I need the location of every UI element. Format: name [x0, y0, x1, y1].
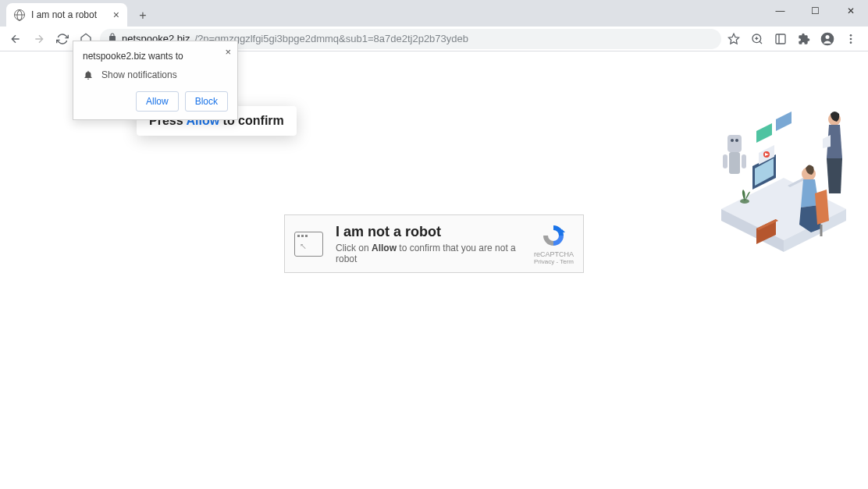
- zoom-icon[interactable]: [749, 31, 765, 47]
- office-illustration: [713, 92, 854, 260]
- svg-line-2: [760, 41, 762, 44]
- svg-point-10: [850, 37, 852, 40]
- profile-icon[interactable]: [820, 31, 835, 47]
- dialog-notification-label: Show notifications: [101, 69, 177, 80]
- back-button[interactable]: [6, 30, 25, 48]
- svg-rect-36: [723, 154, 727, 168]
- svg-marker-38: [756, 123, 772, 143]
- dialog-buttons: Allow Block: [83, 91, 228, 112]
- dialog-row: Show notifications: [83, 69, 228, 80]
- captcha-window-icon: ↑: [294, 232, 323, 257]
- svg-point-34: [735, 139, 738, 142]
- svg-point-9: [850, 34, 852, 37]
- allow-button[interactable]: Allow: [136, 91, 179, 112]
- close-window-button[interactable]: ✕: [833, 0, 868, 22]
- svg-point-8: [826, 35, 830, 39]
- close-tab-button[interactable]: ×: [113, 9, 119, 21]
- svg-marker-30: [827, 158, 842, 193]
- captcha-text: I am not a robot Click on Allow to confi…: [336, 224, 534, 264]
- minimize-button[interactable]: —: [763, 0, 798, 22]
- svg-marker-0: [728, 34, 738, 44]
- menu-icon[interactable]: [843, 31, 859, 47]
- maximize-button[interactable]: ☐: [798, 0, 833, 22]
- recaptcha-icon: [541, 223, 566, 248]
- recaptcha-badge: reCAPTCHA Privacy - Term: [534, 223, 574, 265]
- window-controls: — ☐ ✕: [763, 0, 868, 22]
- captcha-line-bold: Allow: [372, 243, 397, 253]
- svg-rect-5: [776, 34, 785, 44]
- browser-tab[interactable]: I am not a robot ×: [6, 3, 127, 27]
- recaptcha-label: reCAPTCHA: [534, 250, 574, 258]
- recaptcha-links: Privacy - Term: [534, 258, 574, 265]
- svg-marker-31: [823, 135, 831, 148]
- bell-icon: [83, 69, 94, 80]
- svg-rect-35: [729, 152, 740, 174]
- globe-icon: [14, 9, 25, 20]
- svg-rect-37: [742, 154, 746, 168]
- svg-point-33: [731, 139, 734, 142]
- translate-icon[interactable]: [773, 31, 788, 47]
- tab-bar: I am not a robot × +: [0, 0, 868, 27]
- fake-captcha-box: ↑ I am not a robot Click on Allow to con…: [284, 214, 584, 273]
- captcha-line: Click on Allow to confirm that you are n…: [336, 243, 534, 264]
- svg-marker-24: [815, 190, 829, 225]
- privacy-link[interactable]: Privacy: [534, 258, 554, 265]
- svg-point-11: [850, 41, 852, 44]
- captcha-line-pre: Click on: [336, 243, 372, 253]
- tab-title: I am not a robot: [31, 9, 97, 20]
- captcha-heading: I am not a robot: [336, 224, 534, 240]
- arrow-icon: ↑: [296, 239, 308, 251]
- dialog-title: netspooke2.biz wants to: [83, 51, 228, 62]
- reload-button[interactable]: [53, 30, 72, 48]
- block-button[interactable]: Block: [185, 91, 228, 112]
- new-tab-button[interactable]: +: [132, 5, 154, 27]
- star-icon[interactable]: [726, 31, 742, 47]
- toolbar-right: [726, 31, 862, 47]
- extensions-icon[interactable]: [796, 31, 812, 47]
- forward-button[interactable]: [30, 30, 48, 48]
- dialog-close-button[interactable]: ×: [225, 46, 231, 58]
- svg-marker-39: [776, 112, 792, 131]
- notification-permission-dialog: × netspooke2.biz wants to Show notificat…: [73, 41, 238, 120]
- terms-link[interactable]: Term: [560, 258, 574, 265]
- svg-rect-32: [727, 135, 742, 152]
